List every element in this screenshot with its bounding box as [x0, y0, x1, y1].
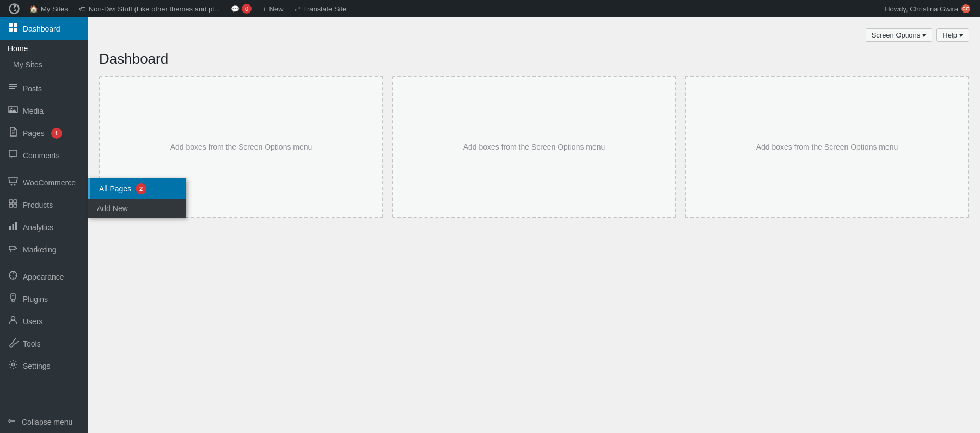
posts-icon	[8, 82, 19, 95]
top-bar-buttons: Screen Options ▾ Help ▾	[866, 28, 969, 42]
sidebar-item-tools[interactable]: Tools	[0, 332, 88, 355]
analytics-icon	[8, 220, 19, 234]
sidebar-label-posts: Posts	[23, 84, 42, 93]
dropdown-all-pages-label: All Pages	[99, 184, 131, 193]
sidebar-item-home[interactable]: Home	[0, 40, 88, 57]
svg-rect-15	[15, 222, 17, 230]
svg-rect-14	[13, 224, 14, 230]
sidebar-label-appearance: Appearance	[23, 273, 64, 281]
svg-rect-13	[9, 226, 11, 230]
svg-rect-4	[14, 28, 17, 32]
dropdown-all-pages[interactable]: All Pages 2	[88, 178, 186, 199]
svg-rect-11	[9, 204, 13, 207]
appearance-icon	[8, 270, 19, 283]
dashboard-box-2: Add boxes from the Screen Options menu	[392, 76, 676, 218]
collapse-menu[interactable]: Collapse menu	[0, 411, 88, 433]
adminbar-user[interactable]: Howdy, Christina Gwira CG	[879, 0, 976, 17]
home-sub-label: Home	[8, 44, 28, 53]
sidebar-item-pages[interactable]: Pages 1	[0, 122, 88, 144]
chevron-down-icon: ▾	[922, 31, 926, 39]
adminbar-translate[interactable]: ⇄ Translate Site	[289, 0, 352, 17]
mysites-sub-label: My Sites	[13, 60, 42, 69]
sidebar-label-tools: Tools	[23, 339, 41, 348]
separator-3	[0, 263, 88, 263]
sidebar-item-media[interactable]: Media	[0, 100, 88, 122]
comments-icon: 💬	[231, 5, 240, 13]
sidebar-item-plugins[interactable]: Plugins	[0, 288, 88, 310]
sidebar-item-products[interactable]: Products	[0, 194, 88, 216]
sidebar-label-products: Products	[23, 201, 53, 209]
pages-dropdown: All Pages 2 Add New	[88, 178, 186, 218]
svg-rect-9	[9, 200, 13, 203]
sidebar-item-marketing[interactable]: Marketing	[0, 238, 88, 261]
svg-point-19	[12, 363, 15, 366]
dashboard-icon	[8, 22, 19, 35]
plus-icon: +	[262, 5, 267, 13]
sidebar-label-marketing: Marketing	[23, 245, 56, 254]
sidebar-item-woocommerce[interactable]: WooCommerce	[0, 171, 88, 194]
adminbar-right: Howdy, Christina Gwira CG	[879, 0, 976, 17]
separator-2	[0, 169, 88, 169]
adminbar-comments[interactable]: 💬 0	[225, 0, 257, 17]
sidebar-label-analytics: Analytics	[23, 223, 53, 232]
page-title: Dashboard	[99, 51, 969, 67]
help-chevron-icon: ▾	[959, 31, 963, 39]
settings-icon	[8, 359, 19, 373]
separator-1	[0, 75, 88, 75]
sidebar: Dashboard Home My Sites Posts Media	[0, 17, 88, 433]
top-bar: Screen Options ▾ Help ▾	[99, 28, 969, 42]
tools-icon	[8, 337, 19, 350]
dropdown-add-new-label: Add New	[97, 204, 128, 213]
all-pages-badge: 2	[136, 183, 146, 194]
wp-logo[interactable]	[4, 0, 24, 17]
products-icon	[8, 198, 19, 212]
collapse-icon	[8, 416, 17, 428]
sidebar-item-users[interactable]: Users	[0, 310, 88, 332]
adminbar-mysites[interactable]: 🏠 My Sites	[24, 0, 74, 17]
woocommerce-icon	[8, 176, 19, 189]
sidebar-label-plugins: Plugins	[23, 295, 48, 304]
dashboard-box-2-text: Add boxes from the Screen Options menu	[463, 143, 605, 151]
sidebar-item-comments[interactable]: Comments	[0, 144, 88, 166]
svg-rect-10	[14, 200, 17, 203]
sidebar-label-media: Media	[23, 107, 44, 115]
sidebar-item-appearance[interactable]: Appearance	[0, 265, 88, 288]
dashboard-columns: Add boxes from the Screen Options menu A…	[99, 76, 969, 218]
collapse-label: Collapse menu	[22, 418, 72, 426]
help-button[interactable]: Help ▾	[936, 28, 969, 42]
layout: Dashboard Home My Sites Posts Media	[0, 17, 980, 433]
sidebar-item-posts[interactable]: Posts	[0, 77, 88, 100]
dropdown-add-new[interactable]: Add New	[88, 199, 186, 218]
adminbar-new[interactable]: + New	[257, 0, 289, 17]
admin-bar: 🏠 My Sites 🏷 Non-Divi Stuff (Like other …	[0, 0, 980, 17]
home-icon: 🏠	[29, 5, 38, 13]
sidebar-item-mysites[interactable]: My Sites	[0, 57, 88, 72]
screen-options-button[interactable]: Screen Options ▾	[866, 28, 933, 42]
sidebar-label-dashboard: Dashboard	[23, 24, 60, 33]
sidebar-label-woocommerce: WooCommerce	[23, 178, 76, 187]
svg-point-7	[11, 184, 13, 186]
main-content: Screen Options ▾ Help ▾ Dashboard Add bo…	[88, 17, 980, 433]
comments-sidebar-icon	[8, 149, 19, 162]
translate-icon: ⇄	[295, 5, 301, 13]
sidebar-label-users: Users	[23, 317, 43, 326]
sidebar-item-dashboard[interactable]: Dashboard	[0, 17, 88, 40]
media-icon	[8, 104, 19, 117]
svg-rect-1	[9, 23, 13, 27]
marketing-icon	[8, 243, 19, 256]
dashboard-box-3: Add boxes from the Screen Options menu	[685, 76, 969, 218]
sidebar-label-settings: Settings	[23, 362, 51, 370]
sidebar-label-comments: Comments	[23, 151, 60, 160]
plugins-icon	[8, 292, 19, 306]
svg-rect-3	[9, 28, 13, 32]
sidebar-item-analytics[interactable]: Analytics	[0, 216, 88, 238]
svg-rect-2	[14, 23, 17, 27]
sidebar-label-pages: Pages	[23, 129, 45, 138]
sidebar-item-settings[interactable]: Settings	[0, 355, 88, 377]
tag-icon: 🏷	[79, 5, 86, 13]
svg-point-8	[14, 184, 16, 186]
adminbar-sitename[interactable]: 🏷 Non-Divi Stuff (Like other themes and …	[74, 0, 225, 17]
users-icon	[8, 314, 19, 328]
svg-point-18	[11, 317, 15, 320]
svg-point-6	[11, 108, 13, 109]
